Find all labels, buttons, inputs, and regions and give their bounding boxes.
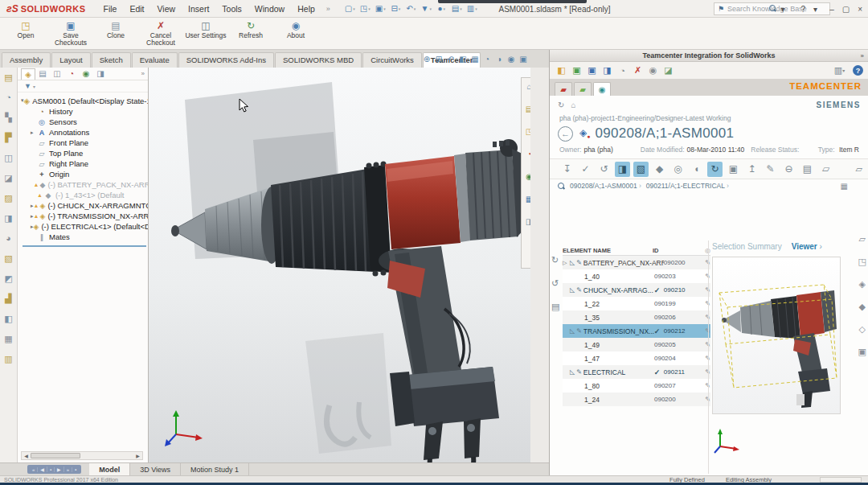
user-settings-button[interactable]: ◫ User Settings (183, 19, 228, 40)
display-style-icon[interactable]: ◔ (481, 53, 493, 64)
tree-item[interactable]: ▸ ▲ Origin (21, 169, 148, 179)
design-library-icon[interactable]: ▤ (523, 103, 530, 115)
edit-icon[interactable]: ✎ (763, 162, 778, 177)
column-id[interactable]: ID (653, 247, 690, 254)
lock-icon[interactable]: ⊟ (389, 2, 403, 14)
tree-item[interactable]: ▸ ▲ History (21, 106, 148, 117)
menu-item[interactable]: File (96, 2, 123, 16)
model-tab[interactable]: 3D Views (130, 463, 181, 476)
table-row[interactable]: ▷ ◺ ✎ BATTERY_PACK_NX-ARR... ✓ 090200 ✎ (563, 256, 710, 269)
rotate-view-icon[interactable]: ◳ (858, 257, 866, 267)
table-row[interactable]: ▷ ◺ ✎ 1_40 ✓ 090203 ✎ (563, 269, 710, 283)
model-thumbnail[interactable] (712, 257, 841, 414)
configuration-manager-tab[interactable]: ◫ (50, 68, 64, 80)
reference-geometry-icon[interactable]: ◨ (2, 212, 15, 224)
refresh-button[interactable]: ↻ Refresh (228, 19, 273, 40)
insert-component-icon[interactable]: ▤ (2, 71, 15, 84)
menu-item[interactable]: Edit (123, 2, 150, 16)
table-row[interactable]: ▷ ◺ ✎ ELECTRICAL ✓ 090211 ✎ (563, 365, 710, 379)
user-icon[interactable]: ◉ (646, 64, 660, 77)
apply-icon[interactable]: ✓ (578, 162, 593, 177)
tree-item[interactable]: ▸ ▲ (-) 1_43<1> (Default (21, 190, 148, 200)
cancel-checkout-button[interactable]: ✗ Cancel Checkout (138, 19, 183, 47)
table-row[interactable]: ▷ ◺ ✎ 1_35 ✓ 090206 ✎ (563, 310, 710, 324)
open-doc-icon[interactable]: ◳ (358, 2, 372, 14)
home-icon[interactable]: ⌂ (571, 101, 575, 109)
feature-manager-tab[interactable]: ◈ (21, 68, 35, 80)
snapshot-icon[interactable]: ▣ (858, 347, 866, 357)
table-row[interactable]: ▷ ◺ ✎ TRANSMISSION_NX... ✓ 090212 ✎ (563, 324, 710, 338)
table-row[interactable]: ▷ ◺ ✎ 1_49 ✓ 090205 ✎ (563, 338, 710, 351)
playback-button[interactable]: » (64, 467, 72, 472)
tree-root-item[interactable]: ▾ ◈ ASM0001 (Default<Display State-1>) (21, 95, 148, 106)
motion-study-icon[interactable]: ◕ (2, 232, 15, 245)
model-tab[interactable]: Model (89, 463, 130, 476)
instant3d-icon[interactable]: ▟ (2, 292, 15, 305)
window-layout-icon[interactable]: ▥▾ (833, 64, 846, 77)
bom-icon[interactable]: ▧ (2, 252, 15, 265)
playback-button[interactable]: « (30, 467, 38, 472)
save-checkouts-button[interactable]: ▣ Save Checkouts (48, 19, 93, 47)
menu-item[interactable]: View (150, 2, 182, 16)
pattern-icon[interactable]: ▚ (2, 111, 15, 124)
file-explorer-icon[interactable]: ◳ (523, 125, 530, 138)
selection-summary-tab[interactable]: Selection Summary (712, 242, 782, 251)
save-checkout-icon[interactable]: ▣ (570, 64, 583, 77)
palette-icon[interactable]: ◔ (523, 148, 530, 160)
settings-icon[interactable]: ◪ (661, 64, 675, 77)
structure-icon[interactable]: ▧ (633, 162, 649, 177)
sync-icon[interactable]: ↻ (707, 162, 723, 177)
compare-icon[interactable]: ◨ (615, 162, 630, 177)
display-manager-tab[interactable]: ◉ (79, 68, 93, 80)
viewer-mode-icon[interactable]: ▱ (859, 234, 866, 245)
scroll-left-icon[interactable]: ◀ (22, 453, 31, 458)
workflow-icon[interactable]: ◆ (652, 162, 667, 177)
export-icon[interactable]: ↥ (744, 162, 760, 177)
envelope-icon[interactable]: ▦ (2, 332, 15, 345)
panel-tabs-more-icon[interactable]: » (141, 70, 145, 77)
search-icon[interactable] (558, 183, 565, 190)
appearances-icon[interactable]: ◉ (523, 171, 530, 183)
tree-item[interactable]: ▸ ▲ Front Plane (21, 138, 148, 148)
model-tab[interactable]: Motion Study 1 (181, 463, 249, 476)
grid-view-icon[interactable]: ▦ (841, 182, 848, 191)
column-element-name[interactable]: ELEMENT NAME (563, 247, 653, 254)
command-tab[interactable]: Sketch (92, 52, 131, 68)
playback-button[interactable]: ▪ (47, 467, 55, 472)
scene-settings-icon[interactable]: ▣ (518, 53, 529, 64)
tree-item[interactable]: ▸ ▲ Top Plane (21, 148, 148, 158)
close-button[interactable]: × (854, 3, 866, 15)
forum-icon[interactable]: ◨ (523, 216, 530, 228)
previous-view-icon[interactable]: ↶ (445, 53, 457, 64)
graphics-viewport[interactable]: ⌂▤◳◔◉▦◨ (149, 68, 530, 462)
new-doc-icon[interactable]: ▢ (343, 2, 357, 14)
update-icon[interactable]: ◧ (2, 312, 15, 325)
command-tab[interactable]: Assembly (2, 52, 51, 68)
find-icon[interactable]: ◔ (616, 64, 629, 77)
tree-filter[interactable]: ▼ (18, 80, 148, 92)
breadcrumb-link[interactable]: 090211/A;1-ELECTRICAL (646, 182, 729, 190)
show-hidden-icon[interactable]: ◪ (2, 171, 15, 184)
restore-button[interactable]: ▢ (838, 3, 854, 15)
pane-options-tab[interactable]: ◨ (93, 68, 108, 80)
breadcrumb-link[interactable]: 090208/A;1-ASM0001 (570, 182, 641, 190)
section-view-icon[interactable]: ◧ (457, 53, 469, 64)
save-icon[interactable]: ▣ (374, 2, 387, 14)
revise-icon[interactable]: ↺ (596, 162, 612, 177)
rebuild-icon[interactable]: ● (435, 2, 448, 14)
home-icon[interactable]: ⌂ (523, 80, 530, 92)
command-tab[interactable]: SOLIDWORKS MBD (275, 52, 362, 68)
tree-item[interactable]: ▸ ▲ (-) ELECTRICAL<1> (Default<Display S (21, 221, 148, 232)
table-row[interactable]: ▷ ◺ ✎ 1_80 ✓ 090207 ✎ (563, 379, 710, 393)
table-row[interactable]: ▷ ◺ ✎ 1_24 ✓ 090200 ✎ (563, 393, 710, 406)
move-component-icon[interactable]: ◫ (2, 151, 15, 164)
back-button[interactable]: ← (558, 126, 573, 142)
view-icon[interactable]: ◎ (670, 162, 686, 177)
appearances-icon[interactable]: ◉ (506, 53, 517, 64)
save-icon[interactable]: ▣ (585, 64, 599, 77)
fastener-icon[interactable]: ▛ (2, 131, 15, 144)
selection-icon[interactable]: ▥ (2, 352, 15, 365)
tab-solidworks[interactable]: ▰ (555, 82, 572, 96)
open-icon[interactable]: ◧ (555, 64, 568, 77)
clean-icon[interactable]: ◨ (600, 64, 614, 77)
